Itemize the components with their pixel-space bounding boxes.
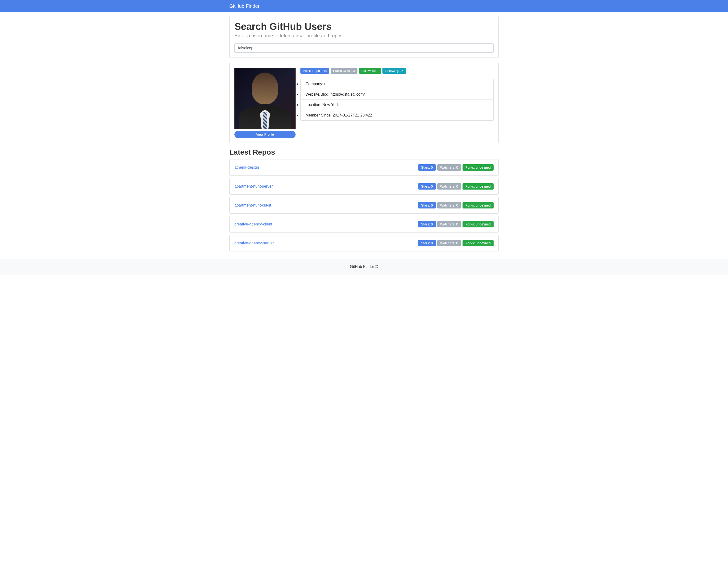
- footer-text: GitHub Finder ©: [350, 264, 378, 269]
- repo-card: creative-agency-client Stars: 0 Watchers…: [229, 216, 499, 232]
- company-item: Company: null: [301, 79, 493, 89]
- forks-badge: Forks: undefined: [463, 183, 494, 189]
- watchers-badge: Watchers: 0: [437, 164, 461, 171]
- navbar-brand[interactable]: GitHub Finder: [229, 3, 260, 9]
- member-since-item: Member Since: 2017-01-27T22:23:42Z: [301, 110, 493, 120]
- watchers-badge: Watchers: 0: [437, 221, 461, 227]
- repo-link[interactable]: athena-design: [234, 165, 259, 170]
- view-profile-button[interactable]: View Profile: [234, 131, 295, 138]
- profile-card: View Profile Public Repos: 48 Public Gis…: [229, 62, 499, 143]
- repos-list: athena-design Stars: 0 Watchers: 0 Forks…: [229, 159, 499, 251]
- public-repos-badge: Public Repos: 48: [301, 68, 329, 74]
- watchers-badge: Watchers: 0: [437, 240, 461, 246]
- repos-heading: Latest Repos: [229, 148, 499, 156]
- search-title: Search GitHub Users: [234, 21, 494, 32]
- repo-link[interactable]: apartment-hunt-client: [234, 203, 271, 207]
- forks-badge: Forks: undefined: [463, 240, 494, 246]
- following-badge: Following: 15: [383, 68, 406, 74]
- repo-card: creative-agency-server Stars: 0 Watchers…: [229, 235, 499, 251]
- forks-badge: Forks: undefined: [463, 164, 494, 171]
- repo-card: apartment-hunt-client Stars: 0 Watchers:…: [229, 197, 499, 213]
- profile-details-list: Company: null Website/Blog: https://dsfa…: [301, 79, 494, 121]
- avatar: [234, 68, 295, 129]
- stars-badge: Stars: 0: [418, 202, 436, 208]
- watchers-badge: Watchers: 0: [437, 183, 461, 189]
- search-card: Search GitHub Users Enter a username to …: [229, 16, 499, 58]
- repo-card: athena-design Stars: 0 Watchers: 0 Forks…: [229, 159, 499, 176]
- stars-badge: Stars: 0: [418, 221, 436, 227]
- repo-card: apartment-hunt-server Stars: 0 Watchers:…: [229, 178, 499, 195]
- repo-link[interactable]: creative-agency-client: [234, 222, 272, 226]
- stars-badge: Stars: 0: [418, 183, 436, 189]
- forks-badge: Forks: undefined: [463, 221, 494, 227]
- footer: GitHub Finder ©: [0, 259, 728, 275]
- public-gists-badge: Public Gists: 23: [331, 68, 358, 74]
- stars-badge: Stars: 0: [418, 164, 436, 171]
- repo-link[interactable]: creative-agency-server: [234, 241, 274, 245]
- search-input[interactable]: [234, 44, 494, 53]
- followers-badge: Followers: 9: [359, 68, 381, 74]
- forks-badge: Forks: undefined: [463, 202, 494, 208]
- website-item: Website/Blog: https://dsfaisal.com/: [301, 89, 493, 100]
- search-subtitle: Enter a username to fetch a user profile…: [234, 33, 494, 39]
- repo-link[interactable]: apartment-hunt-server: [234, 184, 273, 188]
- stars-badge: Stars: 0: [418, 240, 436, 246]
- navbar: GitHub Finder: [0, 0, 728, 12]
- location-item: Location: New York: [301, 100, 493, 110]
- watchers-badge: Watchers: 0: [437, 202, 461, 208]
